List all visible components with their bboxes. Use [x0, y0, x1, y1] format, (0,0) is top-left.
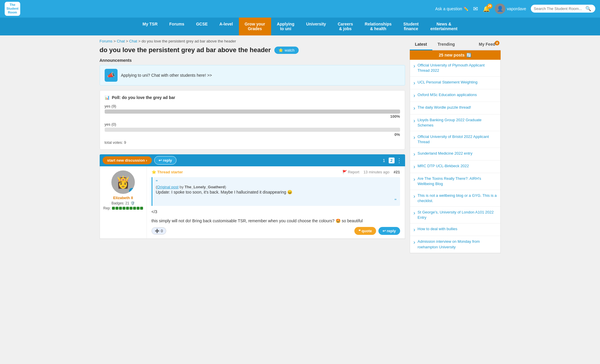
- announcement-icon: 📣: [105, 69, 118, 82]
- nav-item-grow-grades[interactable]: Grow yourGrades: [239, 18, 271, 36]
- post-content-column: ⭐ Thread starter 🚩 Report 13 minutes ago…: [147, 166, 405, 238]
- search-input[interactable]: [534, 6, 584, 11]
- sidebar-tabs: Latest Trending My Feed 4: [410, 39, 501, 50]
- nav-item-a-level[interactable]: A-level: [214, 18, 239, 36]
- nav-item-my-tsr[interactable]: My TSR: [137, 18, 163, 36]
- plus-icon: ➕: [155, 229, 159, 233]
- messages-button[interactable]: ✉: [473, 5, 478, 12]
- quote-close-icon: ": [156, 198, 397, 204]
- page-wrap: Forums > Chat > Chat > do you love the p…: [95, 35, 505, 257]
- tab-trending[interactable]: Trending: [432, 39, 460, 50]
- sidebar-item-label: Official University of Bristol 2022 Appl…: [418, 134, 497, 145]
- breadcrumb-chat2[interactable]: Chat: [129, 39, 137, 43]
- poll-total: total votes: 9: [105, 140, 400, 145]
- refresh-icon: 🔄: [466, 53, 471, 57]
- post-action-buttons: ❝ quote ↩ reply: [354, 227, 400, 235]
- chevron-right-icon: ›: [414, 134, 415, 141]
- flag-icon: 🚩: [342, 170, 347, 174]
- post-text-2: this simply will not do! Bring back cust…: [152, 218, 400, 224]
- start-discussion-button[interactable]: start new discussion ›: [103, 156, 152, 164]
- quote-attribution: (Original post by The_Lonely_Goatherd): [156, 185, 397, 189]
- toolbar-row: start new discussion › ↩ reply 1 2 ⋮: [100, 154, 405, 166]
- poll-box: 📊 Poll: do you love the grey ad bar yes …: [100, 90, 405, 150]
- list-item[interactable]: › Are The Toxins Really There?: AIRH's W…: [410, 173, 500, 190]
- announcement-text: Applying to uni? Chat with other student…: [121, 73, 212, 78]
- nav-item-forums[interactable]: Forums: [164, 18, 190, 36]
- list-item[interactable]: › How to deal with bullies: [410, 223, 500, 236]
- site-logo[interactable]: The Student Room: [5, 2, 20, 16]
- chevron-right-icon: ›: [414, 227, 415, 233]
- chevron-right-icon: ›: [414, 151, 415, 157]
- ask-question-button[interactable]: Ask a question ✏️: [435, 6, 468, 11]
- list-item[interactable]: › St George's, University of London A101…: [410, 207, 500, 223]
- like-button[interactable]: ➕ 0: [152, 227, 166, 235]
- list-item[interactable]: › Lloyds Banking Group 2022 Graduate Sch…: [410, 115, 500, 131]
- breadcrumb-current: do you love the persistent grey ad bar a…: [142, 39, 236, 43]
- star-icon: ⭐: [278, 48, 283, 52]
- list-item[interactable]: › UCL Personal Statement Weighting: [410, 77, 500, 89]
- tab-latest[interactable]: Latest: [410, 39, 432, 50]
- toolbar-reply-button[interactable]: ↩ reply: [154, 156, 176, 165]
- sidebar-item-label: Oxford MSc Education applications: [418, 92, 477, 98]
- sidebar-item-label: St George's, University of London A101 2…: [418, 210, 497, 220]
- edit-icon: ✏️: [463, 6, 468, 11]
- list-item[interactable]: › Oxford MSc Education applications: [410, 89, 500, 102]
- announcement-box: 📣 Applying to uni? Chat with other stude…: [100, 65, 405, 86]
- user-info-icon[interactable]: i: [129, 188, 135, 194]
- list-item[interactable]: › The daily Wordle puzzle thread!: [410, 102, 500, 115]
- post-area: 👸 i Elizabeth II Badges: 21 🛡️ Rep:: [100, 166, 405, 239]
- reply-button[interactable]: ↩ reply: [378, 227, 400, 235]
- chevron-right-icon: ›: [414, 239, 415, 245]
- poll-title: 📊 Poll: do you love the grey ad bar: [105, 95, 400, 100]
- more-options-button[interactable]: ⋮: [396, 157, 402, 164]
- post-number: #21: [394, 170, 400, 174]
- nav-item-gcse[interactable]: GCSE: [190, 18, 214, 36]
- rep-row: Rep:: [103, 206, 143, 210]
- shield-icon: 🛡️: [130, 201, 135, 205]
- breadcrumb-forums[interactable]: Forums: [100, 39, 113, 43]
- poll-bar-track-2: [105, 128, 400, 132]
- nav-item-careers[interactable]: Careers& jobs: [332, 18, 359, 36]
- search-bar[interactable]: 🔍: [531, 5, 595, 13]
- main-nav: My TSR Forums GCSE A-level Grow yourGrad…: [0, 18, 600, 36]
- list-item[interactable]: › Admission interview on Monday from roe…: [410, 236, 500, 253]
- notifications-button[interactable]: 🔔 29: [483, 5, 490, 12]
- poll-option-2: yes (0) 0%: [105, 122, 400, 137]
- chevron-right-icon: ›: [414, 176, 415, 182]
- new-posts-button[interactable]: 25 new posts 🔄: [410, 50, 501, 60]
- sidebar-item-label: This is not a wellbeing blog or a GYG. T…: [418, 193, 497, 204]
- notifications-badge: 29: [487, 4, 492, 9]
- nav-item-student-finance[interactable]: Studentfinance: [397, 18, 424, 36]
- search-icon[interactable]: 🔍: [585, 6, 591, 11]
- chevron-right-icon: ›: [414, 93, 415, 99]
- breadcrumb-chat1[interactable]: Chat: [117, 39, 125, 43]
- post-username[interactable]: Elizabeth II: [113, 196, 133, 200]
- quote-text: Update: I spoke too soon, it's back. May…: [156, 189, 397, 195]
- page-1-button[interactable]: 1: [381, 158, 387, 163]
- list-item[interactable]: › Official University of Plymouth Applic…: [410, 60, 500, 76]
- quote-open-icon: ": [156, 180, 397, 185]
- list-item[interactable]: › This is not a wellbeing blog or a GYG.…: [410, 190, 500, 207]
- sidebar-item-label: Lloyds Banking Group 2022 Graduate Schem…: [418, 117, 497, 128]
- list-item[interactable]: › MRC DTP UCL-Birkbeck 2022: [410, 160, 500, 173]
- watch-button[interactable]: ⭐ watch: [274, 47, 299, 54]
- sidebar-item-label: MRC DTP UCL-Birkbeck 2022: [418, 163, 469, 169]
- chevron-right-icon: ›: [414, 164, 415, 170]
- tab-my-feed[interactable]: My Feed 4: [473, 39, 500, 50]
- announcements-label: Announcements: [100, 58, 405, 63]
- nav-item-relationships[interactable]: Relationships& health: [359, 18, 397, 36]
- quote-button[interactable]: ❝ quote: [354, 227, 376, 235]
- thread-title-wrap: do you love the persistent grey ad bar a…: [100, 46, 405, 54]
- report-button[interactable]: 🚩 Report: [342, 170, 359, 174]
- sidebar-item-label: How to deal with bullies: [418, 226, 458, 232]
- page-2-button[interactable]: 2: [389, 158, 395, 163]
- original-post-link[interactable]: Original post: [157, 185, 179, 189]
- post-user-column: 👸 i Elizabeth II Badges: 21 🛡️ Rep:: [100, 166, 147, 238]
- list-item[interactable]: › Sunderland Medicine 2022 entry: [410, 148, 500, 160]
- nav-item-news[interactable]: News &entertainment: [424, 18, 463, 36]
- list-item[interactable]: › Official University of Bristol 2022 Ap…: [410, 131, 500, 148]
- nav-item-university[interactable]: University: [300, 18, 332, 36]
- chevron-right-icon: ›: [414, 63, 415, 69]
- user-avatar-button[interactable]: 👤 vapordave: [495, 4, 526, 14]
- nav-item-applying-to-uni[interactable]: Applyingto uni: [271, 18, 300, 36]
